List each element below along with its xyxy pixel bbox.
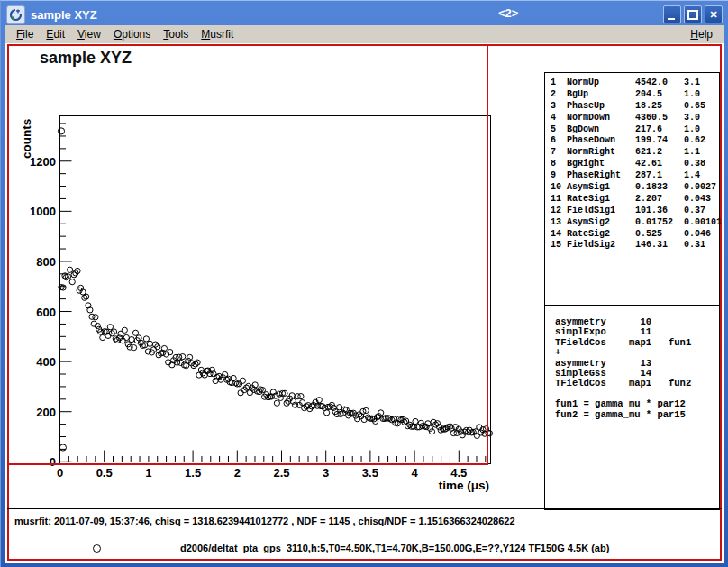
x-tick-label: 4 [395,466,434,480]
legend-text: d2006/deltat_pta_gps_3110,h:5,T0=4.50K,T… [180,543,609,553]
minimize-icon [668,18,675,20]
data-points-series [58,128,492,451]
parameter-err: 1.0 [684,89,700,101]
parameter-num: 6 [551,135,556,147]
parameter-val: 42.61 [635,159,662,170]
parameter-name: NormUp [567,78,599,89]
parameter-num: 11 [551,194,561,206]
data-plot[interactable] [5,43,509,471]
maximize-button[interactable] [684,5,702,23]
parameter-err: 0.0027 [684,182,716,194]
parameter-val: 0.525 [635,229,662,241]
parameter-val: 621.2 [635,147,662,159]
parameter-row: 10AsymSig10.18330.0027 [545,182,719,194]
parameter-val: 204.5 [635,89,662,101]
parameter-row: 15FieldSig2146.310.31 [545,240,719,251]
parameter-num: 9 [551,170,556,182]
parameter-err: 0.046 [684,229,711,241]
parameter-name: NormRight [567,147,615,159]
x-tick-label: 4.5 [439,466,478,480]
parameter-err: 1.0 [684,124,700,136]
parameter-row: 9PhaseRight287.11.4 [545,170,719,182]
parameter-err: 1.4 [684,170,700,182]
x-axis-label: time (μs) [372,479,489,492]
parameter-name: NormDown [567,113,610,124]
parameter-val: 0.01752 [635,217,673,229]
menubar: File Edit View Options Tools Musrfit Hel… [5,25,724,44]
menu-item-options[interactable]: Options [107,26,157,42]
parameter-val: 101.36 [635,206,668,217]
parameter-num: 8 [551,159,556,170]
menu-item-tools[interactable]: Tools [157,26,195,42]
menu-item-help[interactable]: Help [684,26,719,42]
window-title: sample XYZ [31,8,97,22]
fit-status-text: musrfit: 2011-07-09, 15:37:46, chisq = 1… [14,516,515,526]
parameter-err: 0.31 [684,240,705,251]
pad-highlight-bottom [7,463,488,465]
x-tick-label: 1.5 [173,466,213,480]
parameter-row: 6PhaseDown199.740.62 [545,135,719,147]
parameter-num: 3 [551,101,556,113]
parameter-name: RateSig2 [567,229,610,241]
parameter-err: 0.00101 [684,217,722,229]
parameter-err: 0.043 [684,194,711,206]
x-tick-label: 1 [129,466,168,480]
x-tick-label: 2 [217,466,257,480]
parameter-row: 3PhaseUp18.250.65 [545,101,719,113]
parameter-name: RateSig1 [567,194,610,206]
y-tick-label: 400 [18,355,56,369]
parameter-num: 7 [551,147,556,159]
parameter-name: AsymSig2 [567,217,610,229]
axis-ticks [60,123,486,462]
parameter-row: 1NormUp4542.03.1 [545,78,719,89]
parameter-val: 4360.5 [635,113,668,124]
parameter-name: PhaseRight [567,170,621,182]
parameter-row: 4NormDown4360.53.0 [545,113,719,124]
parameter-name: BgUp [567,89,588,101]
root-canvas[interactable]: sample XYZ counts time (μs) 020040060080… [5,43,724,563]
parameter-row: 7NormRight621.21.1 [545,147,719,159]
parameter-val: 217.6 [635,124,662,136]
parameter-name: FieldSig1 [567,206,615,217]
parameter-name: BgDown [567,124,599,136]
parameter-box[interactable]: 1NormUp4542.03.12BgUp204.51.03PhaseUp18.… [544,72,720,306]
y-tick-label: 800 [18,255,56,269]
parameter-val: 18.25 [635,101,662,113]
parameter-name: BgRight [567,159,605,170]
menu-item-musrfit[interactable]: Musrfit [195,26,240,42]
menu-item-file[interactable]: File [10,26,40,42]
parameter-num: 4 [551,113,556,124]
parameter-name: PhaseDown [567,135,615,147]
app-icon [6,5,25,24]
parameter-err: 3.1 [684,78,700,89]
parameter-num: 10 [551,182,561,194]
x-tick-label: 2.5 [262,466,302,480]
parameter-val: 4542.0 [635,78,668,89]
parameter-row: 2BgUp204.51.0 [545,89,719,101]
legend-marker-icon [93,544,101,553]
close-button[interactable]: ✕ [705,5,723,23]
x-tick-label: 3 [306,466,346,480]
pad-highlight-right [487,46,488,465]
y-tick-label: 1000 [18,205,56,218]
legend-row: d2006/deltat_pta_gps_3110,h:5,T0=4.50K,T… [5,543,724,555]
window-instance-label: <2> [498,6,518,20]
menu-item-view[interactable]: View [71,26,107,42]
parameter-val: 146.31 [635,240,668,251]
parameter-num: 15 [551,240,561,251]
parameter-row: 11RateSig12.2870.043 [545,194,719,206]
parameter-val: 0.1833 [635,182,668,194]
parameter-num: 12 [551,206,561,217]
parameter-num: 14 [551,229,561,241]
parameter-val: 199.74 [635,135,668,147]
parameter-row: 14RateSig20.5250.046 [545,229,719,241]
y-tick-label: 200 [18,406,56,419]
parameter-err: 3.0 [684,113,700,124]
x-tick-label: 0 [41,466,80,480]
parameter-val: 287.1 [635,170,662,182]
parameter-num: 2 [551,89,556,101]
theory-box[interactable]: asymmetry 10 simplExpo 11 TFieldCos map1… [544,305,720,510]
minimize-button[interactable] [663,5,681,23]
window-titlebar[interactable]: sample XYZ <2> ✕ [5,4,724,25]
menu-item-edit[interactable]: Edit [40,26,71,42]
